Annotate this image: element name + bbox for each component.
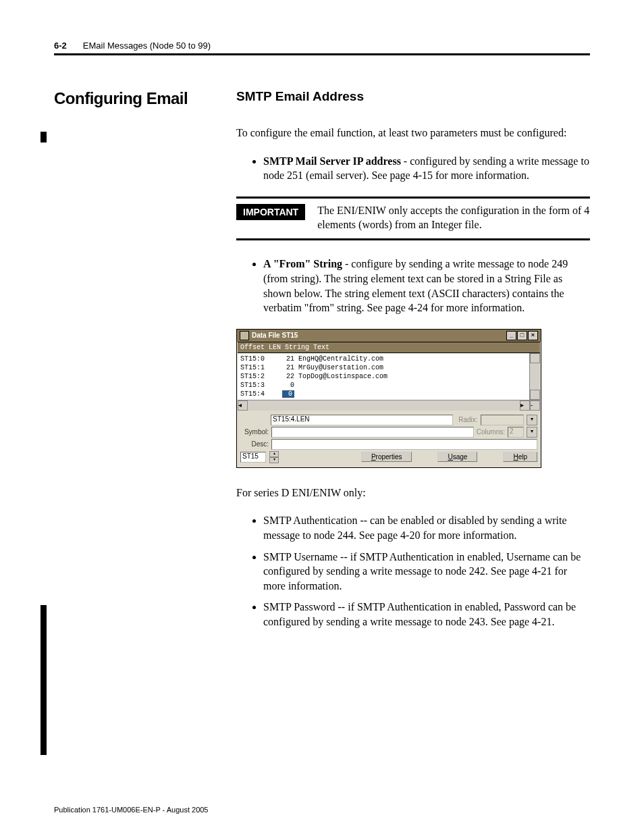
cell-text: MrGuy@Userstation.com bbox=[298, 364, 527, 371]
table-row: ST15:0 21 EngHQ@CentralCity.com bbox=[240, 355, 527, 363]
minimize-icon[interactable]: _ bbox=[506, 331, 516, 340]
cell-text bbox=[298, 382, 527, 389]
important-text: The ENI/ENIW only accepts the configurat… bbox=[317, 204, 590, 232]
section-heading: Configuring Email bbox=[54, 89, 236, 108]
bullet-from-bold: A "From" String bbox=[263, 258, 342, 269]
table-row: ST15:4 0 bbox=[240, 390, 527, 398]
symbol-label: Symbol: bbox=[240, 428, 269, 436]
intro-paragraph: To configure the email function, at leas… bbox=[236, 126, 590, 140]
symbol-field[interactable] bbox=[271, 427, 474, 438]
table-row: ST15:2 22 TopDog@Lostinspace.com bbox=[240, 372, 527, 381]
spin-down-icon[interactable]: ▾ bbox=[269, 457, 279, 463]
cell-offset: ST15:1 bbox=[240, 364, 273, 371]
desc-label: Desc: bbox=[240, 440, 269, 448]
bullet-smtp-password: SMTP Password -- if SMTP Authentication … bbox=[263, 600, 590, 629]
vertical-scrollbar[interactable] bbox=[529, 353, 540, 400]
maximize-icon[interactable]: □ bbox=[517, 331, 527, 340]
scroll-down-icon[interactable] bbox=[530, 390, 540, 400]
scroll-left-icon[interactable]: ◂ bbox=[238, 400, 248, 411]
horizontal-scrollbar[interactable]: ◂ ▸ - bbox=[238, 400, 540, 411]
header-rule bbox=[54, 53, 590, 55]
cell-len: 21 bbox=[273, 364, 298, 371]
properties-button[interactable]: Properties bbox=[361, 452, 412, 462]
publication-footer: Publication 1761-UM006E-EN-P - August 20… bbox=[54, 806, 209, 814]
cell-offset: ST15:0 bbox=[240, 355, 273, 363]
cell-text: TopDog@Lostinspace.com bbox=[298, 373, 527, 380]
window-titlebar: Data File ST15 _ □ × bbox=[237, 330, 541, 342]
cell-len: 22 bbox=[273, 373, 298, 380]
nav-field[interactable]: ST15:4.LEN bbox=[271, 415, 453, 425]
help-button[interactable]: Help bbox=[503, 452, 537, 462]
page-header-title: EMail Messages (Node 50 to 99) bbox=[83, 41, 211, 51]
chevron-down-icon: ▾ bbox=[527, 427, 537, 438]
columns-field: 2 bbox=[508, 427, 524, 438]
scroll-corner: - bbox=[530, 400, 540, 411]
cell-offset: ST15:2 bbox=[240, 373, 273, 380]
window-icon bbox=[240, 331, 249, 340]
close-icon[interactable]: × bbox=[528, 331, 538, 340]
cell-len: 21 bbox=[273, 355, 298, 363]
cell-text: EngHQ@CentralCity.com bbox=[298, 355, 527, 363]
usage-button[interactable]: Usage bbox=[437, 452, 477, 462]
file-field[interactable]: ST15 bbox=[240, 452, 266, 463]
page-number: 6-2 bbox=[54, 41, 67, 51]
change-bar-icon bbox=[41, 605, 47, 755]
series-d-intro: For series D ENI/ENIW only: bbox=[236, 486, 590, 500]
important-callout: IMPORTANT The ENI/ENIW only accepts the … bbox=[236, 197, 590, 241]
bullet-smtp-server: SMTP Mail Server IP address - configured… bbox=[263, 154, 590, 183]
scroll-up-icon[interactable] bbox=[530, 353, 540, 363]
window-title: Data File ST15 bbox=[252, 332, 298, 339]
cell-offset: ST15:4 bbox=[240, 390, 273, 398]
bullet-from-string: A "From" String - configure by sending a… bbox=[263, 257, 590, 315]
cell-offset: ST15:3 bbox=[240, 382, 273, 389]
bullet-smtp-username: SMTP Username -- if SMTP Authentication … bbox=[263, 550, 590, 594]
cell-len: 0 bbox=[273, 382, 298, 389]
column-header: Offset LEN String Text bbox=[238, 342, 540, 353]
bullet-smtp-auth: SMTP Authentication -- can be enabled or… bbox=[263, 513, 590, 542]
datafile-window: Data File ST15 _ □ × Offset LEN String T… bbox=[236, 329, 541, 468]
desc-field[interactable] bbox=[271, 439, 537, 450]
spin-up-icon[interactable]: ▴ bbox=[269, 451, 279, 457]
change-bar-icon bbox=[41, 132, 47, 142]
data-rows: ST15:0 21 EngHQ@CentralCity.com ST15:1 2… bbox=[238, 353, 529, 400]
radix-label: Radix: bbox=[458, 416, 477, 423]
table-row: ST15:1 21 MrGuy@Userstation.com bbox=[240, 363, 527, 372]
cell-len-selected[interactable]: 0 bbox=[273, 390, 298, 398]
important-label: IMPORTANT bbox=[236, 204, 305, 220]
scroll-right-icon[interactable]: ▸ bbox=[520, 400, 530, 411]
table-row: ST15:3 0 bbox=[240, 381, 527, 390]
radix-field bbox=[481, 415, 525, 425]
chevron-down-icon: ▾ bbox=[527, 415, 537, 425]
sub-heading: SMTP Email Address bbox=[236, 89, 590, 104]
cell-text bbox=[298, 390, 527, 398]
bullet-smtp-bold: SMTP Mail Server IP address bbox=[263, 155, 401, 167]
columns-label: Columns: bbox=[477, 428, 505, 436]
